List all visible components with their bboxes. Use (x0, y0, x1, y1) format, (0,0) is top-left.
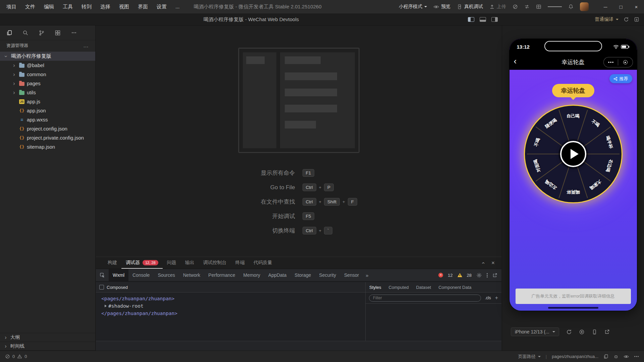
menu-view[interactable]: 视图 (115, 0, 133, 13)
devtools-tab-sources[interactable]: Sources (154, 269, 179, 281)
inspect-element-icon[interactable] (96, 272, 109, 278)
preview-button[interactable]: 预览 (433, 4, 450, 10)
applet-mode-select[interactable]: 小程序模式 (399, 4, 427, 10)
devtools-tab-appdata[interactable]: AppData (264, 269, 290, 281)
filter-input[interactable] (369, 295, 481, 302)
menu-more[interactable]: ... (171, 0, 184, 13)
more-actions-icon[interactable] (66, 25, 82, 40)
menu-project[interactable]: 项目 (2, 0, 21, 13)
outline-section[interactable]: › 大纲 (0, 333, 95, 342)
avatar[interactable] (580, 2, 589, 11)
capsule-more-button[interactable] (604, 62, 618, 63)
close-panel-icon[interactable]: × (491, 260, 495, 266)
capsule-home-button[interactable] (618, 60, 633, 64)
bug-icon[interactable] (613, 354, 619, 359)
tab-problems[interactable]: 问题 (163, 257, 181, 269)
tab-debug-console[interactable]: 调试控制台 (199, 257, 231, 269)
tree-item-common[interactable]: › common (0, 70, 95, 79)
tree-item-project-config[interactable]: {} project.config.json (0, 124, 95, 133)
menu-select[interactable]: 选择 (96, 0, 115, 13)
devtools-tab-performance[interactable]: Performance (204, 269, 239, 281)
compare-icon[interactable] (524, 4, 530, 9)
devtools-tab-security[interactable]: Security (315, 269, 340, 281)
tab-debugger[interactable]: 调试器 12, 28 (121, 257, 163, 269)
offline-icon[interactable] (513, 4, 518, 9)
problems-summary[interactable]: 0 0 (5, 354, 27, 359)
compile-mode-select[interactable]: 普通编译 (595, 16, 619, 22)
tree-item-app-js[interactable]: JS app.js (0, 97, 95, 106)
tab-dataset[interactable]: Dataset (412, 282, 435, 292)
popout-icon[interactable] (492, 273, 497, 278)
copy-path-icon[interactable] (603, 354, 608, 359)
timeline-section[interactable]: › 时间线 (0, 342, 95, 351)
device-select[interactable]: iPhone 12/13 (... (511, 327, 559, 336)
tab-component-data[interactable]: Component Data (435, 282, 475, 292)
toggle-sidebar-icon[interactable] (468, 17, 474, 22)
tree-item-app-wxss[interactable]: ≡ app.wxss (0, 115, 95, 124)
kebab-menu-icon[interactable] (487, 275, 488, 276)
toggle-simulator-icon[interactable] (491, 17, 498, 22)
notification-bell-icon[interactable] (568, 4, 574, 9)
devtools-tab-memory[interactable]: Memory (239, 269, 264, 281)
devtools-tab-wxml[interactable]: Wxml (109, 269, 128, 281)
gear-icon[interactable] (476, 272, 482, 278)
back-icon[interactable]: ‹ (514, 57, 517, 65)
source-control-icon[interactable] (34, 25, 50, 40)
tab-styles[interactable]: Styles (366, 282, 385, 292)
tab-build[interactable]: 构建 (103, 257, 121, 269)
explorer-more-icon[interactable]: … (83, 43, 89, 49)
refresh-icon[interactable] (624, 17, 629, 22)
page-path-value[interactable]: pages/zhuanpan/zhua... (552, 354, 598, 359)
tree-item-project-private-config[interactable]: {} project.private.config.json (0, 133, 95, 142)
upload-button[interactable]: 上传 (489, 4, 506, 10)
menu-settings[interactable]: 设置 (152, 0, 171, 13)
maximize-button[interactable]: □ (613, 0, 629, 13)
recommend-button[interactable]: 推荐 (609, 74, 632, 83)
rotate-icon[interactable] (566, 329, 572, 335)
tree-item-utils[interactable]: › utils (0, 88, 95, 97)
cls-button[interactable]: .cls (485, 296, 491, 300)
error-count[interactable]: 12 (448, 273, 452, 278)
eye-icon[interactable] (624, 354, 629, 359)
composed-checkbox[interactable] (99, 285, 104, 290)
tree-item-pages[interactable]: › pages (0, 79, 95, 88)
extensions-icon[interactable] (50, 25, 66, 40)
tab-computed[interactable]: Computed (385, 282, 412, 292)
remote-debug-button[interactable]: 真机调试 (457, 4, 483, 10)
close-button[interactable]: × (629, 0, 644, 13)
menu-file[interactable]: 文件 (21, 0, 40, 13)
screenshot-icon[interactable] (579, 329, 585, 335)
explorer-icon[interactable] (1, 25, 17, 40)
toggle-panel-icon[interactable] (480, 17, 486, 22)
devtools-tab-sensor[interactable]: Sensor (340, 269, 363, 281)
warning-count[interactable]: 28 (467, 273, 472, 278)
more-icon[interactable] (636, 356, 637, 357)
tree-root[interactable]: › 喝酒小程序修复版 (0, 52, 95, 61)
devtools-tab-storage[interactable]: Storage (290, 269, 315, 281)
layout-grid-icon[interactable] (536, 4, 541, 9)
tree-item-babel[interactable]: › @babel (0, 61, 95, 70)
tab-code-quality[interactable]: 代码质量 (249, 257, 277, 269)
dom-shadow-root[interactable]: #shadow-root (101, 302, 365, 310)
menu-tools[interactable]: 工具 (58, 0, 77, 13)
detach-window-icon[interactable] (604, 329, 610, 334)
page-path-select[interactable]: 页面路径 (518, 354, 541, 360)
menu-interface[interactable]: 界面 (133, 0, 152, 13)
devtools-tab-console[interactable]: Console (128, 269, 154, 281)
collapse-panel-icon[interactable]: › (480, 262, 486, 264)
search-icon[interactable] (17, 25, 34, 40)
tree-item-sitemap[interactable]: {} sitemap.json (0, 142, 95, 151)
tree-item-app-json[interactable]: {} app.json (0, 106, 95, 115)
device-frame-icon[interactable] (592, 329, 597, 335)
dom-open-tag[interactable]: <pages/zhuanpan/zhuanpan> (101, 295, 365, 302)
add-style-icon[interactable]: + (495, 295, 498, 301)
cache-icon[interactable] (634, 17, 639, 22)
dom-close-tag[interactable]: </pages/zhuanpan/zhuanpan> (101, 310, 365, 317)
menu-goto[interactable]: 转到 (77, 0, 96, 13)
minimize-button[interactable]: ─ (598, 0, 613, 13)
tab-output[interactable]: 输出 (181, 257, 199, 269)
spin-button[interactable] (560, 141, 586, 167)
more-tabs-icon[interactable]: » (363, 272, 371, 278)
tab-terminal[interactable]: 终端 (231, 257, 249, 269)
devtools-tab-network[interactable]: Network (179, 269, 204, 281)
